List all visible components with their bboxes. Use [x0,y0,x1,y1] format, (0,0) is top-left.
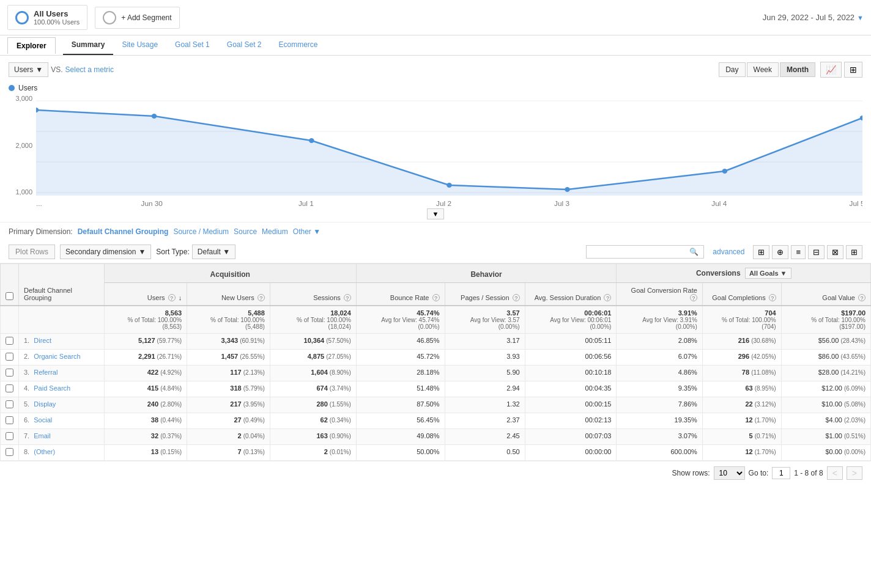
date-range[interactable]: Jun 29, 2022 - Jul 5, 2022 ▼ [763,13,864,22]
month-button[interactable]: Month [780,62,815,77]
select-metric-link[interactable]: Select a metric [65,65,114,74]
row-checkbox-cell[interactable] [1,350,19,366]
row-checkbox-cell[interactable] [1,413,19,429]
scatter-chart-button[interactable]: ⊞ [844,62,862,78]
row-checkbox[interactable] [6,416,13,424]
row-goal-conv-rate-value: 6.07% [678,353,697,360]
line-chart-button[interactable]: 📈 [820,62,842,78]
add-segment-button[interactable]: + Add Segment [95,7,179,29]
other-link[interactable]: Other ▼ [293,227,321,236]
all-users-segment[interactable]: All Users 100.00% Users [7,5,87,30]
source-link[interactable]: Source [234,227,257,236]
row-goal-completions-pct: (1.70%) [755,449,776,455]
row-checkbox[interactable] [6,369,13,377]
all-goals-select[interactable]: All Goals ▼ [745,268,791,279]
goal-value-column-header[interactable]: Goal Value ? [781,283,870,306]
tab-goal-set-1[interactable]: Goal Set 1 [166,35,218,55]
sessions-column-header[interactable]: Sessions ? [270,283,356,306]
secondary-dimension-select[interactable]: Secondary dimension ▼ [60,244,151,259]
go-to-label: Go to: [749,469,769,477]
row-name-link[interactable]: (Other) [34,448,55,455]
row-checkbox[interactable] [6,337,13,345]
tab-ecommerce[interactable]: Ecommerce [270,35,327,55]
tab-summary[interactable]: Summary [63,35,114,55]
pivot-view-button[interactable]: ⊟ [808,245,825,259]
pages-session-column-header[interactable]: Pages / Session ? [445,283,525,306]
row-sessions-value: 4,875 [308,353,325,360]
prev-page-button[interactable]: < [827,466,843,480]
plot-rows-button[interactable]: Plot Rows [9,244,55,259]
compare-view-button[interactable]: ⊠ [827,245,843,259]
select-all-checkbox[interactable] [6,292,13,300]
row-name-link[interactable]: Display [34,400,56,408]
row-goal-value-cell: $12.00 (6.09%) [781,381,870,397]
row-checkbox[interactable] [6,448,13,456]
row-checkbox[interactable] [6,432,13,440]
row-sessions-cell: 2 (0.01%) [270,445,356,461]
row-checkbox[interactable] [6,384,13,392]
next-page-button[interactable]: > [847,466,862,480]
dimension-column-header[interactable]: Default Channel Grouping [19,264,105,306]
row-bounce-rate-cell: 50.00% [356,445,445,461]
source-medium-link[interactable]: Source / Medium [173,227,229,236]
row-new-users-pct: (0.49%) [243,417,265,424]
row-new-users-pct: (60.91%) [240,337,265,344]
search-input[interactable] [591,248,689,256]
default-channel-grouping-link[interactable]: Default Channel Grouping [78,227,169,236]
custom-view-button[interactable]: ⊞ [846,245,862,259]
medium-link[interactable]: Medium [262,227,288,236]
row-checkbox-cell[interactable] [1,334,19,350]
avg-session-column-header[interactable]: Avg. Session Duration ? [525,283,617,306]
row-users-cell: 13 (0.15%) [104,445,187,461]
row-name-link[interactable]: Paid Search [34,384,70,392]
tab-site-usage[interactable]: Site Usage [113,35,166,55]
totals-users-cell: 8,563 % of Total: 100.00% (8,563) [104,306,187,334]
users-help-icon: ? [168,294,176,301]
row-name-link[interactable]: Social [34,416,52,424]
totals-goal-value-value: $197.00 [841,309,865,317]
row-name-link[interactable]: Referral [34,369,57,376]
row-new-users-value: 7 [238,448,242,455]
row-users-cell: 5,127 (59.77%) [104,334,187,350]
row-checkbox-cell[interactable] [1,429,19,445]
row-goal-value-value: $10.00 [821,400,842,408]
new-users-column-header[interactable]: New Users ? [187,283,270,306]
explorer-button[interactable]: Explorer [7,37,56,54]
bounce-rate-column-header[interactable]: Bounce Rate ? [356,283,445,306]
goal-completions-column-header[interactable]: Goal Completions ? [702,283,781,306]
select-all-checkbox-header[interactable] [1,264,19,306]
users-column-header[interactable]: Users ? ↓ [104,283,187,306]
row-checkbox-cell[interactable] [1,445,19,461]
pie-view-button[interactable]: ⊕ [772,245,788,259]
row-name-link[interactable]: Email [34,432,51,439]
advanced-link[interactable]: advanced [713,248,744,256]
secondary-dim-label: Secondary dimension [65,248,136,256]
sort-type-select[interactable]: Default ▼ [192,244,235,259]
row-checkbox[interactable] [6,400,13,408]
row-name-link[interactable]: Direct [34,337,51,344]
users-metric-dropdown[interactable]: Users ▼ [9,62,48,77]
day-button[interactable]: Day [719,62,745,77]
x-label-jul4: Jul 4 [711,200,727,207]
row-new-users-value: 3,343 [221,337,239,344]
row-checkbox-cell[interactable] [1,381,19,397]
goal-conv-rate-column-header[interactable]: Goal Conversion Rate ? [617,283,702,306]
row-sessions-pct: (0.34%) [330,417,351,424]
row-checkbox[interactable] [6,353,13,361]
row-avg-session-cell: 00:00:00 [525,445,617,461]
row-new-users-value: 318 [230,384,241,392]
new-users-help-icon: ? [258,294,265,301]
tab-goal-set-2[interactable]: Goal Set 2 [218,35,270,55]
page-number-input[interactable] [772,467,790,479]
row-checkbox-cell[interactable] [1,397,19,413]
totals-goal-value-sub: % of Total: 100.00% ($197.00) [787,317,865,330]
x-label-jun30: Jun 30 [141,200,163,207]
rows-per-page-select[interactable]: 10 25 50 100 [714,466,745,480]
row-pages-session-value: 2.94 [506,384,519,392]
row-goal-completions-cell: 12 (1.70%) [702,445,781,461]
row-name-link[interactable]: Organic Search [34,353,80,360]
row-checkbox-cell[interactable] [1,366,19,381]
grid-view-button[interactable]: ⊞ [753,245,769,259]
week-button[interactable]: Week [747,62,779,77]
bar-view-button[interactable]: ≡ [791,245,806,259]
